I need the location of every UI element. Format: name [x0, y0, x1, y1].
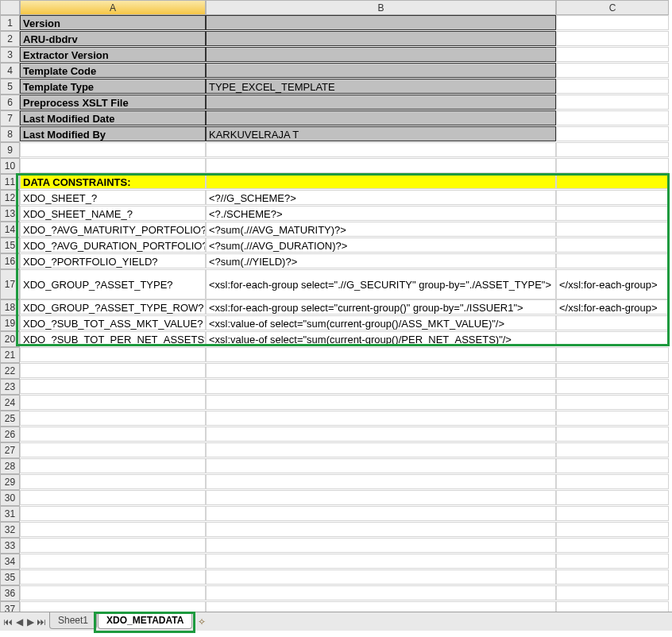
row-header-6[interactable]: 6 [0, 95, 20, 110]
cell-c-33[interactable] [556, 538, 669, 553]
cell-c-2[interactable] [556, 31, 669, 46]
row-header-8[interactable]: 8 [0, 126, 20, 142]
col-header-A[interactable]: A [20, 0, 206, 15]
cell-a-16[interactable]: XDO_?PORTFOLIO_YIELD? [20, 253, 206, 268]
row-header-16[interactable]: 16 [0, 253, 20, 269]
cell-b-36[interactable] [206, 585, 556, 600]
cell-a-15[interactable]: XDO_?AVG_DURATION_PORTFOLIO? [20, 237, 206, 253]
row-header-5[interactable]: 5 [0, 79, 20, 95]
row-header-35[interactable]: 35 [0, 569, 20, 585]
row-header-10[interactable]: 10 [0, 158, 20, 174]
row-header-24[interactable]: 24 [0, 395, 20, 411]
cell-b-33[interactable] [206, 538, 556, 553]
col-header-B[interactable]: B [206, 0, 556, 15]
cell-a-7[interactable]: Last Modified Date [20, 110, 206, 125]
cell-b-20[interactable]: <xsl:value-of select="sum(current-group(… [206, 331, 556, 346]
cell-b-10[interactable] [206, 158, 556, 173]
row-header-12[interactable]: 12 [0, 190, 20, 206]
cell-b-19[interactable]: <xsl:value-of select="sum(current-group(… [206, 315, 556, 330]
row-header-30[interactable]: 30 [0, 490, 20, 506]
cell-a-19[interactable]: XDO_?SUB_TOT_ASS_MKT_VALUE? [20, 315, 206, 330]
cell-b-18[interactable]: <xsl:for-each-group select="current-grou… [206, 299, 556, 315]
cell-c-19[interactable] [556, 315, 669, 330]
cell-a-14[interactable]: XDO_?AVG_MATURITY_PORTFOLIO? [20, 222, 206, 237]
cell-c-4[interactable] [556, 63, 669, 78]
cell-b-13[interactable]: <?./SCHEME?> [206, 206, 556, 221]
tab-sheet1[interactable]: Sheet1 [49, 612, 97, 629]
cell-a-1[interactable]: Version [20, 15, 206, 30]
row-header-11[interactable]: 11 [0, 174, 20, 190]
nav-prev-icon[interactable]: ◀ [14, 616, 24, 627]
cell-a-25[interactable] [20, 411, 206, 426]
tab-xdo-metadata[interactable]: XDO_METADATA [98, 612, 192, 629]
cell-b-1[interactable] [206, 15, 556, 30]
row-header-9[interactable]: 9 [0, 142, 20, 158]
cell-b-26[interactable] [206, 427, 556, 442]
row-header-28[interactable]: 28 [0, 458, 20, 474]
nav-next-icon[interactable]: ▶ [25, 616, 35, 627]
cell-a-22[interactable] [20, 363, 206, 378]
cell-a-6[interactable]: Preprocess XSLT File [20, 95, 206, 110]
cell-c-26[interactable] [556, 427, 669, 442]
cell-a-32[interactable] [20, 522, 206, 537]
cell-a-26[interactable] [20, 427, 206, 442]
row-header-15[interactable]: 15 [0, 237, 20, 253]
cell-a-31[interactable] [20, 506, 206, 521]
row-header-23[interactable]: 23 [0, 379, 20, 395]
cell-c-9[interactable] [556, 142, 669, 157]
cell-c-11[interactable] [556, 174, 669, 189]
col-header-C[interactable]: C [556, 0, 669, 15]
cell-b-23[interactable] [206, 379, 556, 394]
row-header-21[interactable]: 21 [0, 347, 20, 363]
cell-c-17[interactable]: </xsl:for-each-group> [556, 269, 669, 299]
cell-c-6[interactable] [556, 95, 669, 110]
cell-a-36[interactable] [20, 585, 206, 600]
cell-a-35[interactable] [20, 569, 206, 585]
cell-b-27[interactable] [206, 442, 556, 457]
cell-c-18[interactable]: </xsl:for-each-group> [556, 299, 669, 315]
select-all-corner[interactable] [0, 0, 20, 15]
cell-c-8[interactable] [556, 126, 669, 141]
row-header-4[interactable]: 4 [0, 63, 20, 79]
cell-b-32[interactable] [206, 522, 556, 537]
row-header-3[interactable]: 3 [0, 47, 20, 63]
cell-b-5[interactable]: TYPE_EXCEL_TEMPLATE [206, 79, 556, 94]
cell-c-34[interactable] [556, 554, 669, 569]
cell-a-4[interactable]: Template Code [20, 63, 206, 78]
cell-a-8[interactable]: Last Modified By [20, 126, 206, 141]
cell-c-31[interactable] [556, 506, 669, 521]
cell-a-17[interactable]: XDO_GROUP_?ASSET_TYPE? [20, 269, 206, 299]
cell-c-16[interactable] [556, 253, 669, 268]
row-header-33[interactable]: 33 [0, 538, 20, 554]
cell-a-34[interactable] [20, 554, 206, 569]
cell-a-28[interactable] [20, 458, 206, 473]
cell-a-10[interactable] [20, 158, 206, 173]
cell-b-25[interactable] [206, 411, 556, 426]
row-header-14[interactable]: 14 [0, 222, 20, 237]
cell-b-3[interactable] [206, 47, 556, 62]
cell-b-11[interactable] [206, 174, 556, 189]
row-header-25[interactable]: 25 [0, 411, 20, 427]
cell-b-22[interactable] [206, 363, 556, 378]
cell-c-27[interactable] [556, 442, 669, 457]
row-header-32[interactable]: 32 [0, 522, 20, 538]
cell-c-1[interactable] [556, 15, 669, 30]
cell-b-8[interactable]: KARKUVELRAJA T [206, 126, 556, 141]
new-sheet-icon[interactable]: ✧ [193, 614, 210, 630]
row-header-1[interactable]: 1 [0, 15, 20, 31]
cell-c-29[interactable] [556, 474, 669, 489]
cell-b-34[interactable] [206, 554, 556, 569]
cell-b-15[interactable]: <?sum(.//AVG_DURATION)?> [206, 237, 556, 253]
row-header-18[interactable]: 18 [0, 299, 20, 315]
row-header-22[interactable]: 22 [0, 363, 20, 379]
row-header-13[interactable]: 13 [0, 206, 20, 222]
cell-a-33[interactable] [20, 538, 206, 553]
cell-c-15[interactable] [556, 237, 669, 253]
cell-c-12[interactable] [556, 190, 669, 205]
row-header-20[interactable]: 20 [0, 331, 20, 347]
cell-a-2[interactable]: ARU-dbdrv [20, 31, 206, 46]
row-header-31[interactable]: 31 [0, 506, 20, 522]
row-header-34[interactable]: 34 [0, 554, 20, 569]
cell-b-28[interactable] [206, 458, 556, 473]
cell-c-35[interactable] [556, 569, 669, 585]
